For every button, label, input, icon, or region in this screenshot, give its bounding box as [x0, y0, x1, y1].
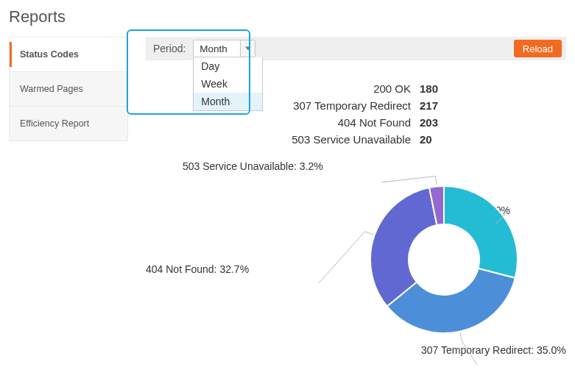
main-panel: Period: Month Day Week Month Reload [128, 37, 566, 359]
period-select[interactable]: Month Day Week Month [193, 40, 255, 57]
period-dropdown: Day Week Month [193, 57, 263, 111]
chart-label-404: 404 Not Found: 32.7% [146, 263, 249, 275]
stat-value: 203 [411, 116, 448, 129]
stat-label: 404 Not Found [146, 116, 411, 129]
period-select-display[interactable]: Month [193, 40, 255, 57]
toolbar: Period: Month Day Week Month Reload [146, 37, 566, 60]
sidebar: Status Codes Warmed Pages Efficiency Rep… [9, 37, 128, 141]
stat-label: 503 Service Unavailable [146, 133, 411, 146]
sidebar-item-status-codes[interactable]: Status Codes [10, 38, 127, 72]
stat-row: 404 Not Found 203 [146, 116, 566, 129]
stat-value: 180 [411, 82, 448, 95]
sidebar-item-label: Status Codes [20, 49, 79, 60]
sidebar-item-efficiency-report[interactable]: Efficiency Report [10, 107, 127, 140]
sidebar-item-warmed-pages[interactable]: Warmed Pages [10, 72, 127, 107]
stat-value: 217 [411, 99, 448, 112]
period-select-value: Month [200, 43, 227, 54]
chevron-down-icon [240, 40, 255, 57]
period-option-month[interactable]: Month [194, 93, 262, 110]
reload-button[interactable]: Reload [514, 40, 562, 57]
sidebar-item-label: Warmed Pages [20, 84, 83, 94]
stat-row: 503 Service Unavailable 20 [146, 133, 566, 146]
period-option-week[interactable]: Week [194, 75, 262, 93]
period-label: Period: [153, 43, 186, 54]
donut-chart [300, 160, 575, 361]
period-option-day[interactable]: Day [194, 57, 262, 75]
stat-label: 200 OK [146, 82, 411, 95]
sidebar-item-label: Efficiency Report [20, 118, 89, 129]
chart-area: 503 Service Unavailable: 3.2% 200 OK: 29… [146, 160, 566, 359]
stat-value: 20 [411, 133, 448, 146]
page-title: Reports [9, 7, 566, 26]
stat-label: 307 Temporary Redirect [146, 99, 411, 112]
